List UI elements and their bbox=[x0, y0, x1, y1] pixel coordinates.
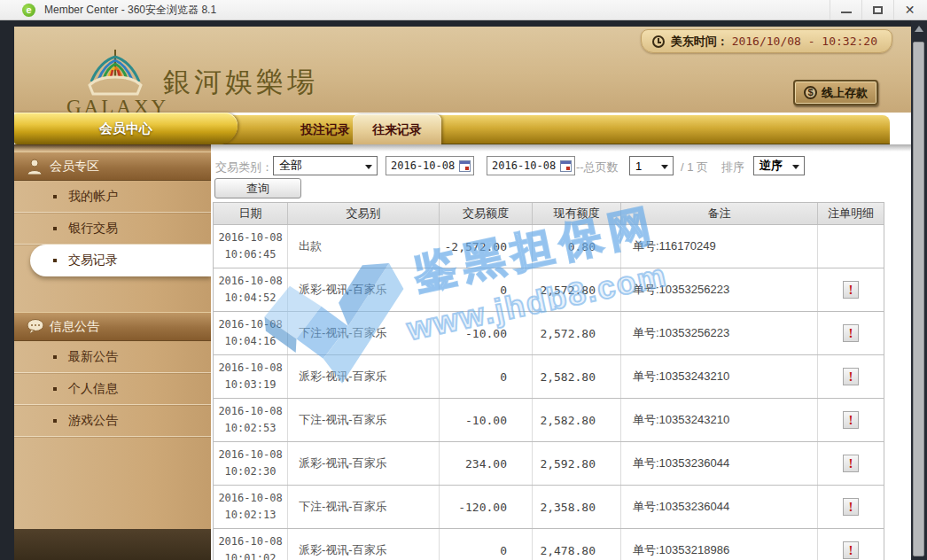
sidebar-item-transaction-records[interactable]: 交易记录 bbox=[30, 245, 211, 276]
window-title: Member Center - 360安全浏览器 8.1 bbox=[44, 3, 216, 18]
date-to-input[interactable]: 2016-10-08 bbox=[487, 156, 575, 175]
scroll-up-icon[interactable] bbox=[915, 26, 923, 32]
minimize-icon bbox=[841, 12, 852, 13]
sidebar-item-personal-messages[interactable]: 个人信息 bbox=[14, 373, 211, 405]
filter-bar: 交易类别： 全部 2016-10-08 2016-10-08 --总页数 1 bbox=[211, 156, 911, 177]
col-header-remark: 备注 bbox=[621, 203, 818, 224]
section-header-member-zone: 会员专区 bbox=[14, 152, 211, 181]
sidebar-section-member-zone: 会员专区 我的帐户 银行交易 交易记录 bbox=[14, 152, 211, 276]
member-center-page: 美东时间： 2016/10/08 - 10:32:20 GA bbox=[14, 27, 911, 560]
sidebar-item-game-announcements[interactable]: 游戏公告 bbox=[14, 405, 211, 437]
sort-order-select[interactable]: 逆序 bbox=[753, 156, 805, 175]
table-row: 2016-10-0810:04:52 派彩-视讯-百家乐 0 2,572.80 … bbox=[214, 268, 884, 311]
order-detail-icon[interactable]: ! bbox=[843, 281, 859, 299]
close-icon: ✕ bbox=[905, 4, 915, 16]
section-header-announcements: 信息公告 bbox=[14, 312, 211, 341]
site-name: 銀河娛樂場 bbox=[163, 64, 318, 101]
table-row: 2016-10-0810:04:16 下注-视讯-百家乐 -10.00 2,57… bbox=[214, 311, 884, 354]
bullet-icon bbox=[53, 387, 57, 391]
date-from-input[interactable]: 2016-10-08 bbox=[386, 156, 474, 175]
page-count-label: / 1 页 bbox=[681, 159, 708, 175]
bullet-icon bbox=[53, 355, 57, 359]
bullet-icon bbox=[53, 227, 57, 230]
table-row: 2016-10-0810:01:02 派彩-视讯-百家乐 0 2,478.80 … bbox=[214, 528, 884, 560]
scrollbar-thumb[interactable] bbox=[913, 42, 924, 556]
sidebar-section-announcements: 信息公告 最新公告 个人信息 游戏公告 bbox=[14, 312, 211, 437]
deposit-button-label: 线上存款 bbox=[822, 85, 868, 101]
bullet-icon bbox=[53, 195, 57, 198]
col-header-detail: 注单明细 bbox=[818, 203, 884, 224]
main-content: 交易类别： 全部 2016-10-08 2016-10-08 --总页数 1 bbox=[211, 144, 911, 560]
chevron-down-icon bbox=[792, 165, 799, 169]
sidebar: 会员专区 我的帐户 银行交易 交易记录 bbox=[14, 144, 211, 560]
table-row: 2016-10-0810:06:45 出款 -2,572.00 0.80 单号:… bbox=[214, 224, 884, 268]
table-row: 2016-10-0810:03:19 派彩-视讯-百家乐 0 2,582.80 … bbox=[214, 354, 884, 398]
message-bubble-icon bbox=[26, 318, 45, 336]
sidebar-item-bank-transactions[interactable]: 银行交易 bbox=[14, 213, 211, 245]
col-header-date: 日期 bbox=[214, 203, 288, 224]
transactions-body: 2016-10-0810:06:45 出款 -2,572.00 0.80 单号:… bbox=[214, 224, 884, 560]
page-select[interactable]: 1 bbox=[629, 156, 674, 175]
maximize-button[interactable] bbox=[861, 0, 893, 19]
section-title: 信息公告 bbox=[50, 319, 99, 335]
dollar-coin-icon: $ bbox=[804, 86, 817, 99]
query-button[interactable]: 查询 bbox=[214, 178, 301, 198]
col-header-balance: 现有额度 bbox=[533, 203, 621, 224]
chevron-down-icon bbox=[661, 165, 668, 169]
browser-360-logo-icon: e bbox=[22, 4, 35, 17]
transaction-type-select[interactable]: 全部 bbox=[273, 156, 378, 175]
page-header: 美东时间： 2016/10/08 - 10:32:20 GA bbox=[14, 27, 911, 113]
sort-label: 排序 bbox=[721, 159, 744, 175]
table-row: 2016-10-0810:02:30 派彩-视讯-百家乐 234.00 2,59… bbox=[214, 441, 884, 485]
server-time-pill: 美东时间： 2016/10/08 - 10:32:20 bbox=[641, 29, 892, 53]
transactions-table: 日期 交易别 交易额度 现有额度 备注 注单明细 2016-10-0810:06… bbox=[213, 202, 884, 560]
table-header-row: 日期 交易别 交易额度 现有额度 备注 注单明细 bbox=[214, 203, 884, 224]
order-detail-icon[interactable]: ! bbox=[843, 324, 859, 342]
browser-window: e Member Center - 360安全浏览器 8.1 ✕ 美东时间： 2… bbox=[0, 0, 927, 560]
time-value: 2016/10/08 - 10:32:20 bbox=[732, 35, 877, 48]
calendar-icon[interactable] bbox=[560, 160, 572, 172]
tab-transaction-records[interactable]: 往来记录 bbox=[353, 114, 441, 144]
sidebar-footer bbox=[14, 529, 211, 560]
transaction-type-label: 交易类别： bbox=[215, 159, 273, 175]
clock-icon bbox=[652, 35, 665, 48]
order-detail-icon[interactable]: ! bbox=[843, 455, 859, 472]
bullet-icon bbox=[53, 419, 57, 423]
member-center-banner: 会员中心 bbox=[14, 113, 238, 144]
col-header-amount: 交易额度 bbox=[440, 203, 533, 224]
total-pages-label: --总页数 bbox=[576, 159, 619, 175]
browser-titlebar: e Member Center - 360安全浏览器 8.1 ✕ bbox=[0, 0, 927, 20]
order-detail-icon[interactable]: ! bbox=[843, 368, 859, 385]
section-title: 会员专区 bbox=[50, 159, 99, 175]
table-row: 2016-10-0810:02:13 下注-视讯-百家乐 -120.00 2,3… bbox=[214, 485, 884, 528]
chevron-down-icon bbox=[365, 165, 372, 169]
page-scrollbar[interactable] bbox=[911, 20, 927, 560]
user-icon bbox=[26, 158, 43, 175]
member-center-label: 会员中心 bbox=[99, 121, 152, 137]
online-deposit-button[interactable]: $ 线上存款 bbox=[793, 80, 878, 105]
table-row: 2016-10-0810:02:53 下注-视讯-百家乐 -10.00 2,58… bbox=[214, 398, 884, 441]
peacock-icon bbox=[79, 48, 152, 97]
time-label: 美东时间： bbox=[671, 34, 728, 50]
bullet-icon bbox=[53, 259, 57, 262]
sidebar-item-latest-announcements[interactable]: 最新公告 bbox=[14, 341, 211, 373]
calendar-icon[interactable] bbox=[459, 160, 471, 172]
sidebar-item-my-account[interactable]: 我的帐户 bbox=[14, 181, 211, 213]
close-button[interactable]: ✕ bbox=[893, 0, 925, 19]
order-detail-icon[interactable]: ! bbox=[843, 541, 859, 559]
order-detail-icon[interactable]: ! bbox=[843, 411, 859, 429]
minimize-button[interactable] bbox=[830, 0, 861, 19]
order-detail-icon[interactable]: ! bbox=[843, 498, 859, 516]
col-header-type: 交易别 bbox=[288, 203, 440, 224]
maximize-icon bbox=[873, 6, 883, 14]
